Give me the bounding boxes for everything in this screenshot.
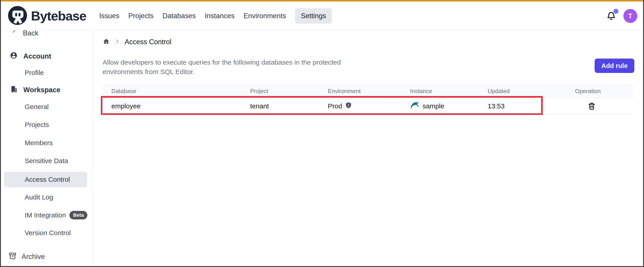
sidebar-item-profile[interactable]: Profile	[1, 67, 92, 78]
home-icon[interactable]	[102, 38, 110, 46]
mysql-dolphin-icon	[410, 101, 420, 111]
back-label: Back	[23, 30, 38, 37]
instance-label: sample	[422, 102, 444, 110]
archive-box-icon	[8, 252, 16, 262]
building-icon	[10, 85, 18, 95]
app-window: Bytebase Issues Projects Databases Insta…	[0, 0, 644, 267]
cell-operation	[575, 102, 634, 111]
notifications-button[interactable]	[606, 10, 616, 21]
sidebar-item-im-integration[interactable]: IM Integration Beta	[1, 210, 92, 220]
top-navbar: Bytebase Issues Projects Databases Insta…	[1, 1, 643, 30]
description-line: Allow developers to execute queries for …	[102, 58, 341, 67]
settings-sidebar: Back Account Profile Workspac	[1, 30, 93, 266]
navbar-right: T	[606, 9, 637, 23]
bell-icon	[606, 18, 616, 22]
sidebar-item-archive[interactable]: Archive	[1, 252, 45, 262]
sidebar-item-label: IM Integration	[25, 211, 66, 219]
sidebar-item-version-control[interactable]: Version Control	[1, 228, 92, 238]
back-button[interactable]: Back	[1, 30, 92, 38]
window-top-accent	[1, 0, 643, 1]
nav-item-projects[interactable]: Projects	[128, 12, 154, 20]
sidebar-section-workspace: Workspace	[1, 85, 92, 95]
main-content: Access Control Allow developers to execu…	[93, 30, 643, 266]
breadcrumb-current: Access Control	[124, 38, 171, 46]
sidebar-section-label: Account	[23, 52, 51, 60]
cell-database: employee	[102, 102, 242, 110]
nav-item-issues[interactable]: Issues	[99, 12, 120, 20]
main-nav: Issues Projects Databases Instances Envi…	[99, 8, 332, 23]
cell-project: tenant	[242, 102, 319, 110]
brand[interactable]: Bytebase	[8, 5, 86, 26]
description-line: environments from SQL Editor.	[102, 67, 341, 76]
delete-rule-button[interactable]	[588, 102, 596, 111]
cell-instance: sample	[401, 101, 479, 111]
cell-environment: Prod	[319, 102, 401, 110]
bytebase-logo-icon	[8, 5, 28, 26]
breadcrumb: Access Control	[102, 38, 634, 46]
chevron-right-icon	[114, 39, 120, 45]
nav-item-environments[interactable]: Environments	[244, 12, 286, 20]
table-header-row: Database Project Environment Instance Up…	[102, 85, 634, 98]
column-header-project: Project	[242, 88, 319, 95]
trash-icon	[588, 108, 596, 111]
sidebar-item-projects[interactable]: Projects	[1, 120, 92, 130]
cell-updated: 13:53	[479, 102, 575, 110]
sidebar-section-label: Workspace	[23, 86, 60, 94]
add-rule-button[interactable]: Add rule	[594, 58, 634, 73]
table-row[interactable]: employee tenant Prod	[102, 98, 634, 114]
sidebar-item-access-control[interactable]: Access Control	[4, 172, 87, 187]
sidebar-item-members[interactable]: Members	[1, 138, 92, 148]
sidebar-item-sensitive-data[interactable]: Sensitive Data	[1, 156, 92, 166]
nav-item-settings[interactable]: Settings	[295, 8, 332, 23]
sidebar-section-account: Account	[1, 51, 92, 62]
page-description: Allow developers to execute queries for …	[102, 58, 341, 76]
column-header-database: Database	[102, 88, 242, 95]
nav-item-instances[interactable]: Instances	[205, 12, 235, 20]
archive-label: Archive	[22, 253, 45, 261]
person-circle-icon	[10, 52, 18, 61]
column-header-operation: Operation	[575, 88, 634, 95]
notification-dot	[614, 9, 618, 14]
access-rules-table: Database Project Environment Instance Up…	[102, 85, 634, 114]
sidebar-item-audit-log[interactable]: Audit Log	[1, 192, 92, 202]
environment-label: Prod	[328, 102, 342, 110]
beta-badge: Beta	[70, 211, 87, 220]
nav-item-databases[interactable]: Databases	[162, 12, 196, 20]
user-avatar[interactable]: T	[623, 9, 637, 23]
chevron-left-icon	[11, 30, 18, 37]
column-header-updated: Updated	[479, 88, 575, 95]
column-header-environment: Environment	[319, 88, 401, 95]
sidebar-item-general[interactable]: General	[1, 102, 92, 112]
shield-exclamation-icon	[345, 102, 352, 110]
column-header-instance: Instance	[401, 88, 479, 95]
brand-name: Bytebase	[31, 8, 86, 23]
